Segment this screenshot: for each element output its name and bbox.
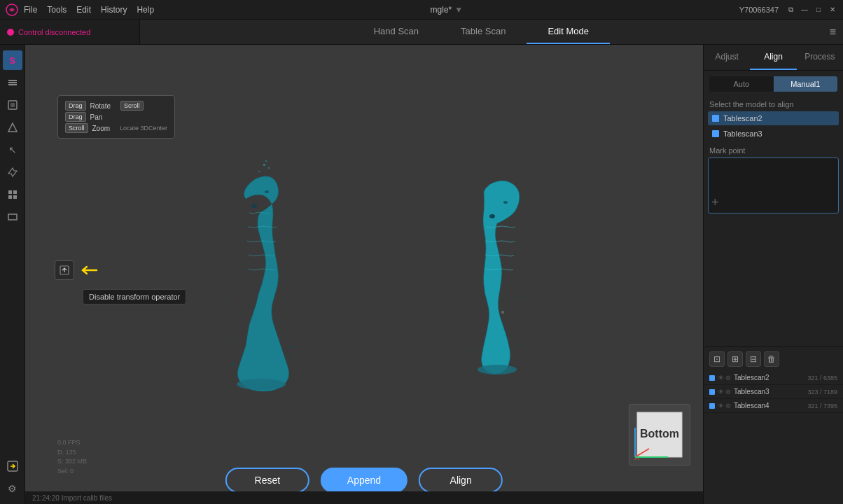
right-panel-tabs: Adjust Align Process [704,45,843,71]
svg-rect-9 [8,195,12,199]
titlebar: File Tools Edit History Help mgle* ▼ Y70… [0,0,843,20]
main-content: S ↖ [0,45,843,504]
lock-icon-3[interactable]: ⚙ [725,402,731,410]
left-sidebar: S ↖ [0,45,25,504]
tab-process[interactable]: Process [797,45,843,70]
model-item-tablescan2[interactable]: Tablescan2 [708,111,839,125]
menu-history[interactable]: History [101,5,127,15]
model-ctrl-add[interactable]: ⊞ [727,351,743,367]
eye-icon-1[interactable]: 👁 [718,374,724,382]
right-panel: Adjust Align Process Auto Manual1 Select… [703,45,843,504]
svg-rect-28 [473,349,475,351]
sidebar-icon-export[interactable] [3,456,22,476]
model-row-tablescan3[interactable]: 👁 ⚙ Tablescan3 323 / 7189 [704,385,843,399]
align-subtabs: Auto Manual1 [709,76,837,92]
tab-edit-mode[interactable]: Edit Mode [527,20,610,44]
svg-rect-21 [232,363,234,365]
tab-align[interactable]: Align [750,45,796,70]
restore-button[interactable]: ⧉ [786,5,795,15]
maximize-button[interactable]: □ [814,5,823,15]
sidebar-icon-rect[interactable] [3,207,22,227]
sidebar-icon-shapes[interactable] [3,118,22,137]
svg-point-19 [265,190,269,193]
svg-marker-6 [8,123,17,132]
titlebar-right: Y70066347 ⧉ — □ ✕ [739,5,837,15]
left-chess-piece [197,157,323,395]
model-list: Tablescan2 Tablescan3 [708,111,839,141]
titlebar-menus[interactable]: File Tools Edit History Help [24,5,154,15]
model-item-tablescan3[interactable]: Tablescan3 [708,127,839,141]
sidebar-icon-settings[interactable]: ⚙ [3,479,22,498]
svg-rect-2 [8,82,17,83]
sidebar-icon-select[interactable]: ↖ [3,140,22,160]
close-button[interactable]: ✕ [828,5,837,15]
locate-3d-label: Locate 3DCenter [120,125,167,132]
model-ctrl-delete[interactable]: 🗑 [764,351,779,367]
sidebar-icon-grid[interactable] [3,185,22,204]
drag-key-2: Drag [65,112,86,122]
status-message: 21:24:20 Import calib files [32,494,112,502]
status-dot [7,29,14,36]
append-button[interactable]: Append [321,468,407,493]
drag-action-3: Zoom [92,125,111,132]
right-panel-spacer [704,214,843,346]
model-row-color-1 [709,375,715,381]
model-row-icons-2: 👁 ⚙ [718,388,731,396]
mark-point-plus-icon[interactable]: + [711,195,719,210]
scroll-key-2: Scroll [65,123,88,133]
subtab-auto[interactable]: Auto [709,76,774,92]
svg-rect-22 [288,356,289,358]
model-color-dot-1 [712,115,719,122]
topbar-menu-icon[interactable]: ≡ [830,26,836,38]
right-chess-piece [438,171,564,381]
lock-icon-2[interactable]: ⚙ [725,388,731,396]
viewport[interactable]: Drag Rotate Scroll Drag Pan Scroll Zoom … [25,45,703,504]
eye-icon-3[interactable]: 👁 [718,402,724,410]
eye-icon-2[interactable]: 👁 [718,388,724,396]
model-row-tablescan4[interactable]: 👁 ⚙ Tablescan4 321 / 7395 [704,399,843,413]
app-title: Y70066347 [739,6,779,14]
topbar-right: ≡ [823,20,843,44]
sel-value: Sel: 0 [57,467,87,477]
model-row-name-3: Tablescan4 [734,402,804,410]
bottom-status-bar: 21:24:20 Import calib files [25,491,703,504]
sidebar-icon-pin[interactable] [3,162,22,182]
svg-rect-3 [8,84,17,85]
sidebar-icon-cube[interactable] [3,95,22,115]
svg-rect-24 [291,346,293,348]
sidebar-icon-logo[interactable]: S [3,50,22,70]
transform-widget-area [55,260,102,280]
model-row-count-1: 321 / 6385 [807,374,837,382]
tab-table-scan[interactable]: Table Scan [440,20,527,44]
project-name: mgle* [431,5,452,15]
svg-point-26 [489,214,495,218]
subtab-manual[interactable]: Manual1 [774,76,838,92]
model-ctrl-remove[interactable]: ⊟ [746,351,761,367]
svg-rect-11 [8,214,17,220]
arrow-icon-area [77,264,102,276]
reset-button[interactable]: Reset [225,468,309,493]
menu-tools[interactable]: Tools [47,5,67,15]
tab-adjust[interactable]: Adjust [704,45,750,70]
tab-hand-scan[interactable]: Hand Scan [353,20,440,44]
minimize-button[interactable]: — [800,5,809,15]
drag-action-1: Rotate [90,102,111,110]
menu-edit[interactable]: Edit [76,5,91,15]
svg-rect-14 [263,164,265,166]
window-controls[interactable]: ⧉ — □ ✕ [786,5,837,15]
app-logo [6,4,18,16]
align-button[interactable]: Align [419,468,503,493]
model-row-tablescan2[interactable]: 👁 ⚙ Tablescan2 321 / 6385 [704,371,843,385]
lock-icon-1[interactable]: ⚙ [725,374,731,382]
model-ctrl-link[interactable]: ⊡ [709,351,725,367]
model-name-2: Tablescan3 [723,130,762,138]
svg-point-31 [478,365,517,374]
sidebar-icon-layers[interactable] [3,73,22,92]
mark-point-display: + [708,158,839,214]
axis-indicator: Bottom X [629,404,690,465]
left-arrow-icon [77,264,102,276]
menu-help[interactable]: Help [137,5,154,15]
transform-button[interactable] [55,260,74,280]
svg-rect-5 [11,103,15,107]
menu-file[interactable]: File [24,5,37,15]
